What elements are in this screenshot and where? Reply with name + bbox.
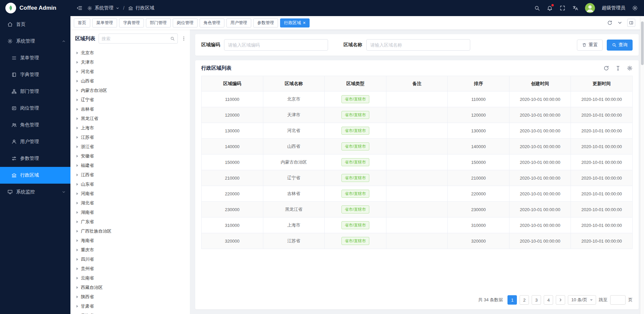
tree-item[interactable]: 河南省 (72, 189, 189, 198)
caret-right-icon[interactable] (76, 239, 78, 242)
tab-item[interactable]: 菜单管理 (92, 18, 117, 27)
breadcrumb-parent[interactable]: 系统管理 (95, 5, 113, 11)
caret-right-icon[interactable] (76, 70, 78, 73)
tree-item[interactable]: 江西省 (72, 170, 189, 180)
tree-search-input[interactable] (102, 36, 168, 41)
tree-item[interactable]: 吉林省 (72, 105, 189, 114)
tab-item[interactable]: 行政区域× (280, 18, 310, 27)
jump-page-input[interactable] (610, 295, 626, 305)
caret-right-icon[interactable] (76, 249, 78, 251)
tree-item[interactable]: 四川省 (72, 255, 189, 264)
caret-right-icon[interactable] (76, 117, 78, 120)
avatar[interactable] (585, 3, 595, 13)
page-size-select[interactable]: 10 条/页 (568, 295, 596, 305)
window-scrollbar[interactable] (640, 16, 644, 314)
page-button[interactable]: 1 (507, 295, 517, 305)
caret-right-icon[interactable] (76, 221, 78, 223)
table-row[interactable]: 110000北京市省市/直辖市1100002020-10-01 00:00:00… (202, 91, 633, 107)
tree-item[interactable]: 云南省 (72, 273, 189, 283)
row-height-icon[interactable] (615, 65, 621, 71)
tree-item[interactable]: 海南省 (72, 236, 189, 245)
refresh-icon[interactable] (607, 20, 612, 25)
caret-right-icon[interactable] (76, 305, 78, 308)
caret-right-icon[interactable] (76, 174, 78, 176)
sidebar-item[interactable]: 部门管理 (0, 83, 70, 100)
fullscreen-icon[interactable] (559, 5, 566, 11)
table-row[interactable]: 220000吉林省省市/直辖市2200002020-10-01 00:00:00… (202, 186, 633, 202)
table-row[interactable]: 230000黑龙江省省市/直辖市2300002020-10-01 00:00:0… (202, 202, 633, 217)
tree-item[interactable]: 天津市 (72, 58, 189, 67)
caret-right-icon[interactable] (76, 202, 78, 204)
sidebar-collapse-icon[interactable] (76, 5, 83, 11)
tree-item[interactable]: 甘肃省 (72, 302, 189, 311)
caret-right-icon[interactable] (76, 286, 78, 289)
tree-item[interactable]: 黑龙江省 (72, 114, 189, 123)
notification-bell-icon[interactable] (547, 5, 553, 11)
caret-right-icon[interactable] (76, 164, 78, 167)
tree-item[interactable]: 北京市 (72, 48, 189, 58)
search-icon[interactable] (170, 36, 175, 41)
layout-toggle-icon[interactable] (627, 19, 635, 27)
caret-right-icon[interactable] (76, 192, 78, 195)
tree-item[interactable]: 湖北省 (72, 198, 189, 208)
tab-item[interactable]: 用户管理 (226, 18, 251, 27)
caret-right-icon[interactable] (76, 267, 78, 270)
search-button[interactable]: 查询 (607, 40, 633, 51)
sidebar-item-home[interactable]: 首页 (0, 16, 70, 33)
caret-right-icon[interactable] (76, 211, 78, 214)
scrollbar-thumb[interactable] (641, 21, 644, 65)
tree-item[interactable]: 河北省 (72, 67, 189, 76)
caret-right-icon[interactable] (76, 183, 78, 186)
caret-right-icon[interactable] (76, 155, 78, 158)
tree-item[interactable]: 陕西省 (72, 292, 189, 302)
caret-right-icon[interactable] (76, 108, 78, 111)
table-row[interactable]: 130000河北省省市/直辖市1300002020-10-01 00:00:00… (202, 123, 633, 139)
sidebar-item[interactable]: 行政区域 (0, 167, 70, 184)
caret-right-icon[interactable] (76, 80, 78, 82)
tree-item[interactable]: 西藏自治区 (72, 283, 189, 292)
tree-item[interactable]: 湖南省 (72, 208, 189, 217)
caret-right-icon[interactable] (76, 230, 78, 233)
chevron-down-icon[interactable] (617, 20, 623, 25)
tab-item[interactable]: 角色管理 (200, 18, 224, 27)
more-options-icon[interactable] (181, 36, 186, 41)
caret-right-icon[interactable] (76, 145, 78, 148)
tab-close-icon[interactable]: × (303, 20, 306, 25)
refresh-icon[interactable] (603, 65, 609, 71)
tree-item[interactable]: 广西壮族自治区 (72, 227, 189, 236)
caret-right-icon[interactable] (76, 89, 78, 92)
caret-right-icon[interactable] (76, 296, 78, 298)
tree-item[interactable]: 青海省 (72, 311, 189, 314)
sidebar-group-monitor[interactable]: 系统监控 (0, 184, 70, 200)
sidebar-item[interactable]: 用户管理 (0, 133, 70, 150)
caret-right-icon[interactable] (76, 277, 78, 279)
sidebar-item[interactable]: 岗位管理 (0, 100, 70, 117)
tree-item[interactable]: 山西省 (72, 76, 189, 86)
settings-gear-icon[interactable] (632, 5, 638, 11)
page-button[interactable]: 4 (544, 295, 553, 305)
user-name[interactable]: 超级管理员 (602, 5, 625, 11)
caret-right-icon[interactable] (76, 258, 78, 261)
tree-item[interactable]: 福建省 (72, 161, 189, 170)
tree-item[interactable]: 贵州省 (72, 264, 189, 273)
tree-item[interactable]: 安徽省 (72, 151, 189, 161)
translate-icon[interactable] (572, 5, 578, 11)
caret-right-icon[interactable] (76, 136, 78, 139)
table-row[interactable]: 320000江苏省省市/直辖市3200002020-10-01 00:00:00… (202, 233, 633, 249)
search-icon[interactable] (534, 5, 540, 11)
tab-item[interactable]: 首页 (74, 18, 90, 27)
region-name-input[interactable] (366, 39, 470, 51)
table-row[interactable]: 150000内蒙古自治区省市/直辖市1500002020-10-01 00:00… (202, 154, 633, 170)
tree-item[interactable]: 广东省 (72, 217, 189, 227)
table-row[interactable]: 310000上海市省市/直辖市3100002020-10-01 00:00:00… (202, 217, 633, 233)
caret-right-icon[interactable] (76, 127, 78, 129)
column-settings-gear-icon[interactable] (627, 65, 633, 71)
tree-item[interactable]: 重庆市 (72, 245, 189, 255)
tree-item[interactable]: 浙江省 (72, 142, 189, 151)
tab-item[interactable]: 字典管理 (119, 18, 144, 27)
sidebar-item[interactable]: 角色管理 (0, 117, 70, 133)
page-button[interactable]: 2 (520, 295, 529, 305)
tab-item[interactable]: 岗位管理 (173, 18, 198, 27)
caret-right-icon[interactable] (76, 61, 78, 64)
tab-item[interactable]: 参数管理 (253, 18, 278, 27)
